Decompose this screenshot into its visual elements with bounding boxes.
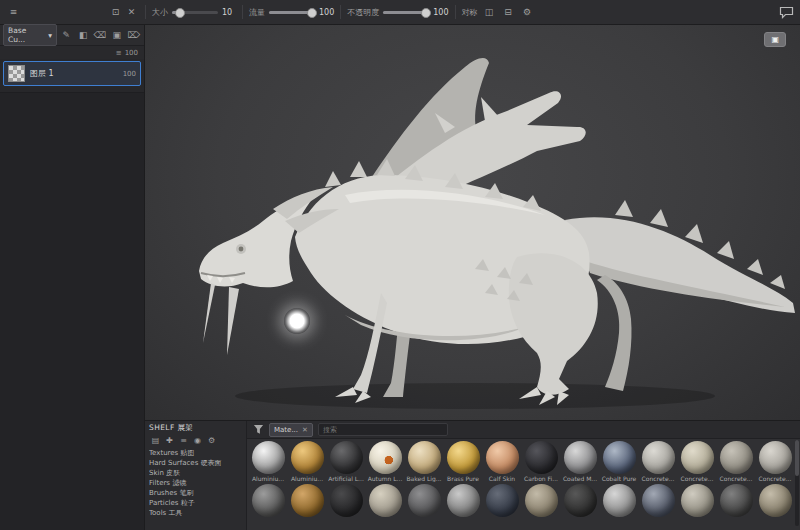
scrollbar-thumb[interactable] — [795, 440, 799, 476]
material-item[interactable]: Coated M... — [561, 441, 599, 482]
material-sphere — [642, 484, 675, 517]
material-item[interactable]: Aluminiu... — [249, 441, 287, 482]
mirror-y-icon[interactable]: ⊟ — [501, 5, 516, 20]
eraser-icon[interactable]: ⌫ — [93, 28, 108, 43]
left-panel-header: ≡ ⊡ ✕ — [6, 5, 139, 20]
brush-flow-value: 100 — [319, 8, 334, 17]
material-grid-row-2 — [247, 482, 800, 517]
material-item[interactable] — [288, 484, 326, 517]
top-toolbar: ≡ ⊡ ✕ 大小 10 流量 100 不透明度 — [0, 0, 800, 25]
material-item[interactable]: Concrete... — [639, 441, 677, 482]
mirror-x-icon[interactable]: ◫ — [482, 5, 497, 20]
brush-preset-label: Base Cu... — [8, 26, 45, 44]
filter-chip[interactable]: Mate... ✕ — [269, 423, 313, 437]
material-item[interactable]: Autumn L... — [366, 441, 404, 482]
material-sphere — [564, 484, 597, 517]
viewport-display-button[interactable]: ▣ — [764, 32, 786, 47]
material-item[interactable] — [600, 484, 638, 517]
stamp-icon[interactable]: ▣ — [109, 28, 124, 43]
slider-thumb[interactable] — [421, 8, 431, 18]
material-item[interactable]: Carbon Fi... — [522, 441, 560, 482]
material-name: Artificial L... — [328, 475, 365, 482]
comment-icon[interactable] — [779, 6, 794, 19]
brush-opacity-slider[interactable] — [383, 11, 429, 14]
shelf-sidebar: SHELF 展架 ▤ ✚ ≡ ◉ ⚙ Textures 贴图 Hard Surf… — [145, 421, 247, 530]
material-sphere — [330, 441, 363, 474]
material-sphere — [369, 484, 402, 517]
material-sphere — [408, 441, 441, 474]
fill-icon[interactable]: ◧ — [76, 28, 91, 43]
folder-icon[interactable]: ▤ — [149, 434, 162, 446]
material-item[interactable]: Aluminiu... — [288, 441, 326, 482]
brush-size-value: 10 — [222, 8, 236, 17]
filter-funnel-icon[interactable] — [253, 424, 264, 435]
trash-icon[interactable]: ⌦ — [126, 28, 141, 43]
close-icon[interactable]: ✕ — [302, 426, 308, 434]
material-item[interactable] — [639, 484, 677, 517]
material-item[interactable]: Concrete... — [717, 441, 755, 482]
layers-panel: Base Cu... ▾ ✎ ◧ ⌫ ▣ ⌦ ≡ 100 图层 1 100 — [0, 25, 145, 530]
material-name: Autumn L... — [367, 475, 404, 482]
settings-icon[interactable]: ⚙ — [205, 434, 218, 446]
shelf-title: SHELF 展架 — [149, 423, 242, 433]
material-item[interactable] — [522, 484, 560, 517]
panel-empty-area — [0, 93, 144, 530]
add-icon[interactable]: ✚ — [163, 434, 176, 446]
material-sphere — [759, 484, 792, 517]
shelf-tree-item[interactable]: Hard Surfaces 硬表面 — [149, 458, 242, 468]
material-sphere — [564, 441, 597, 474]
material-item[interactable]: Baked Lig... — [405, 441, 443, 482]
material-item[interactable]: Calf Skin — [483, 441, 521, 482]
shelf-tree-item[interactable]: Particles 粒子 — [149, 498, 242, 508]
pencil-icon[interactable]: ✎ — [59, 28, 74, 43]
settings-icon[interactable]: ⚙ — [520, 5, 535, 20]
layer-row[interactable]: 图层 1 100 — [3, 61, 141, 86]
material-item[interactable] — [327, 484, 365, 517]
search-input[interactable] — [318, 423, 448, 436]
material-name: Concrete... — [757, 475, 794, 482]
shelf-scrollbar[interactable] — [795, 440, 799, 526]
list-icon[interactable]: ≡ — [177, 434, 190, 446]
brush-preset-dropdown[interactable]: Base Cu... ▾ — [3, 24, 57, 46]
eye-icon[interactable]: ◉ — [191, 434, 204, 446]
shelf-tree-item[interactable]: Brushes 笔刷 — [149, 488, 242, 498]
material-item[interactable]: Concrete... — [756, 441, 794, 482]
brush-size-slider[interactable] — [172, 11, 218, 14]
material-sphere — [447, 441, 480, 474]
brush-opacity-control: 不透明度 100 — [347, 7, 448, 18]
slider-thumb[interactable] — [175, 8, 185, 18]
material-item[interactable] — [366, 484, 404, 517]
close-panel-icon[interactable]: ✕ — [124, 5, 139, 20]
brush-flow-slider[interactable] — [269, 11, 315, 14]
layers-opacity-header: 100 — [125, 49, 138, 57]
material-sphere — [252, 441, 285, 474]
slider-thumb[interactable] — [307, 8, 317, 18]
menu-icon[interactable]: ≡ — [6, 5, 21, 20]
shelf-tree-item[interactable]: Skin 皮肤 — [149, 468, 242, 478]
material-item[interactable]: Brass Pure — [444, 441, 482, 482]
material-name: Concrete... — [718, 475, 755, 482]
material-item[interactable] — [561, 484, 599, 517]
float-panel-icon[interactable]: ⊡ — [108, 5, 123, 20]
material-name: Carbon Fi... — [523, 475, 560, 482]
material-item[interactable]: Cobalt Pure — [600, 441, 638, 482]
shelf-tree-item[interactable]: Filters 滤镜 — [149, 478, 242, 488]
shelf-assets: Mate... ✕ Aluminiu... Aluminiu... Artifi… — [247, 421, 800, 530]
shelf-tree-item[interactable]: Tools 工具 — [149, 508, 242, 518]
material-item[interactable] — [249, 484, 287, 517]
material-item[interactable] — [717, 484, 755, 517]
material-item[interactable] — [483, 484, 521, 517]
material-item[interactable]: Artificial L... — [327, 441, 365, 482]
material-item[interactable] — [678, 484, 716, 517]
material-item[interactable] — [444, 484, 482, 517]
shelf-tree-item[interactable]: Textures 贴图 — [149, 448, 242, 458]
material-item[interactable] — [756, 484, 794, 517]
layer-list: 图层 1 100 — [0, 59, 144, 93]
layer-thumbnail — [8, 65, 25, 82]
material-item[interactable]: Concrete... — [678, 441, 716, 482]
shelf-toolbar: ▤ ✚ ≡ ◉ ⚙ — [149, 434, 242, 446]
viewport-3d[interactable]: ▣ — [145, 25, 800, 420]
material-sphere — [603, 484, 636, 517]
toolbar-separator — [145, 5, 146, 19]
material-item[interactable] — [405, 484, 443, 517]
